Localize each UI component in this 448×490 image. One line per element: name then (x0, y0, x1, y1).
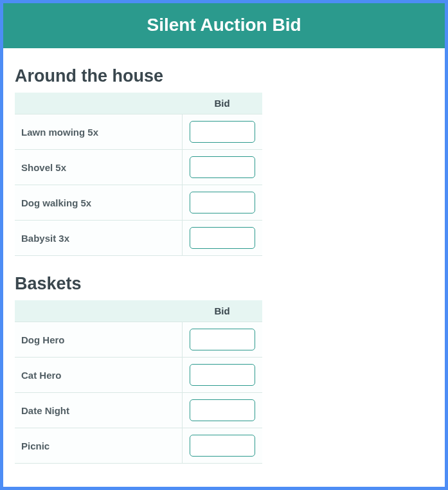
bid-table: Bid Dog Hero Cat Hero (15, 300, 262, 464)
column-header-bid: Bid (182, 93, 262, 114)
bid-input[interactable] (190, 156, 255, 178)
bid-input[interactable] (190, 435, 255, 457)
form-frame: Silent Auction Bid Around the house Bid … (0, 0, 448, 490)
section-baskets: Baskets Bid Dog Hero (15, 274, 433, 464)
bid-cell (182, 393, 262, 428)
section-around-the-house: Around the house Bid Lawn mowing 5x (15, 66, 433, 256)
bid-input[interactable] (190, 121, 255, 143)
form-title: Silent Auction Bid (147, 15, 301, 35)
form-content: Around the house Bid Lawn mowing 5x (3, 48, 445, 464)
item-label: Dog walking 5x (15, 185, 182, 221)
bid-input[interactable] (190, 364, 255, 386)
bid-cell (182, 114, 262, 150)
section-title: Around the house (15, 66, 433, 86)
item-label: Cat Hero (15, 358, 182, 393)
item-label: Picnic (15, 428, 182, 464)
table-row: Dog Hero (15, 322, 262, 358)
item-label: Babysit 3x (15, 221, 182, 256)
bid-cell (182, 150, 262, 185)
bid-table: Bid Lawn mowing 5x Shovel 5x (15, 93, 262, 256)
bid-cell (182, 358, 262, 393)
table-row: Dog walking 5x (15, 185, 262, 221)
bid-cell (182, 322, 262, 358)
table-row: Date Night (15, 393, 262, 428)
item-label: Shovel 5x (15, 150, 182, 185)
bid-input[interactable] (190, 192, 255, 213)
item-label: Lawn mowing 5x (15, 114, 182, 150)
item-label: Dog Hero (15, 322, 182, 358)
column-header-item (15, 93, 182, 114)
bid-input[interactable] (190, 399, 255, 421)
table-row: Shovel 5x (15, 150, 262, 185)
item-label: Date Night (15, 393, 182, 428)
table-row: Babysit 3x (15, 221, 262, 256)
table-row: Lawn mowing 5x (15, 114, 262, 150)
bid-cell (182, 428, 262, 464)
table-row: Picnic (15, 428, 262, 464)
bid-cell (182, 221, 262, 256)
section-title: Baskets (15, 274, 433, 294)
bid-input[interactable] (190, 227, 255, 249)
table-row: Cat Hero (15, 358, 262, 393)
column-header-bid: Bid (182, 300, 262, 322)
form-header: Silent Auction Bid (3, 3, 445, 48)
bid-input[interactable] (190, 329, 255, 350)
bid-cell (182, 185, 262, 221)
column-header-item (15, 300, 182, 322)
